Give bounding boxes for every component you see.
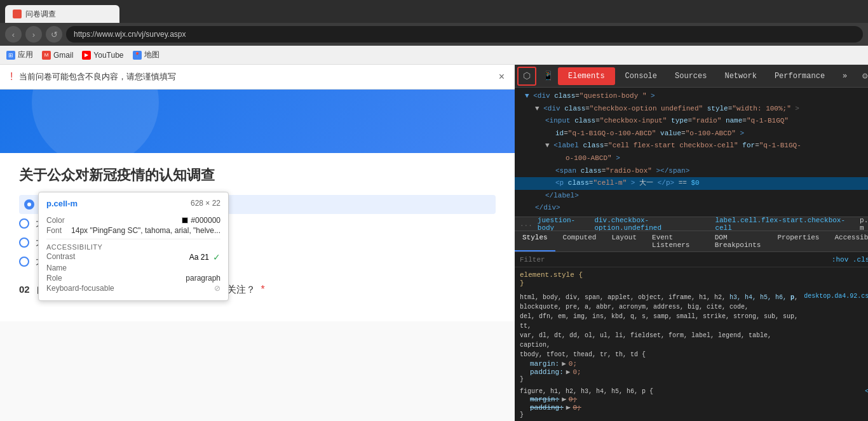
bookmark-youtube[interactable]: ▶ YouTube xyxy=(82,51,123,60)
tag-span: ▼ xyxy=(525,92,529,100)
dt-styles-tab-events[interactable]: Event Listeners xyxy=(644,231,707,251)
warning-banner: ! 当前问卷可能包含不良内容，请您谨慎填写 × xyxy=(0,65,515,90)
cursor-icon: ⬡ xyxy=(523,70,531,81)
accessibility-section: ACCESSIBILITY xyxy=(46,239,220,251)
keyboard-value: ⊘ xyxy=(214,284,220,293)
back-button[interactable]: ‹ xyxy=(5,26,22,43)
dt-styles-tab-access[interactable]: Accessibility xyxy=(827,231,868,251)
arrow-padding-2: ▶ xyxy=(566,403,571,411)
equals-0: == xyxy=(679,179,691,187)
inspect-element-button[interactable]: ⬡ xyxy=(517,67,536,86)
address-bar[interactable]: https://www.wjx.cn/vj/survey.aspx xyxy=(66,26,863,43)
html-line-1[interactable]: ▼ <div class="question-body " > xyxy=(515,90,868,103)
prop-padding-1: padding: xyxy=(530,368,564,376)
val-value-4: "o-100-ABCD" xyxy=(686,130,736,137)
element-style-close: } xyxy=(520,279,868,287)
dt-tab-elements[interactable]: Elements xyxy=(558,67,615,85)
bookmark-maps[interactable]: 📍 地图 xyxy=(133,50,159,60)
dt-tab-console-label: Console xyxy=(625,72,657,81)
rule-margin-2: margin: ▶ 0; xyxy=(520,395,868,403)
reset-close-1: } xyxy=(520,376,868,383)
bc-item-3[interactable]: label.cell.flex-start.checkbox-cell xyxy=(715,217,855,232)
dt-tab-more[interactable]: » xyxy=(834,65,856,88)
color-value-wrap: #000000 xyxy=(182,216,220,225)
html-line-9[interactable]: </div> xyxy=(515,202,868,215)
attr-style-2: style xyxy=(707,105,728,112)
settings-button[interactable]: ⚙ xyxy=(856,67,868,85)
dt-styles-panel: Styles Computed Layout Event Listeners D… xyxy=(515,231,868,421)
tag-p: <p xyxy=(555,179,564,187)
arrow-margin-1: ▶ xyxy=(562,359,566,368)
contrast-label: Contrast xyxy=(46,252,75,262)
html-line-8[interactable]: </label> xyxy=(515,190,868,203)
browser-frame: 问卷调查 ‹ › ↺ https://www.wjx.cn/vj/survey.… xyxy=(0,0,868,421)
main-area: ! 当前问卷可能包含不良内容，请您谨慎填写 × 关于公众对新冠疫情的认知调查 大… xyxy=(0,65,868,421)
bc-item-2[interactable]: div.checkbox-option.undefined xyxy=(594,217,710,232)
element-style-selector: element.style { xyxy=(520,271,868,279)
dt-html-tree: ▼ <div class="question-body " > ▼ <div c… xyxy=(515,88,868,217)
rule-padding-2: padding: ▶ 0; xyxy=(520,403,868,411)
val-id-4: "q-1-B1GQ-o-100-ABCD" xyxy=(568,130,656,137)
refresh-button[interactable]: ↺ xyxy=(46,26,62,43)
tooltip-size: 628 × 22 xyxy=(191,199,220,212)
font-label: Font xyxy=(46,226,62,235)
tag-close-div-9: </div> xyxy=(535,204,560,211)
attr-type-3: type xyxy=(671,117,688,124)
html-line-2[interactable]: ▼ <div class="checkbox-option undefined"… xyxy=(515,103,868,116)
bc-item-1[interactable]: juestion-body xyxy=(538,217,590,232)
maps-icon: 📍 xyxy=(133,51,142,60)
bookmark-maps-label: 地图 xyxy=(144,50,159,60)
html-line-3[interactable]: <input class="checkbox-input" type="radi… xyxy=(515,115,868,128)
page-content: ! 当前问卷可能包含不良内容，请您谨慎填写 × 关于公众对新冠疫情的认知调查 大… xyxy=(0,65,515,421)
color-swatch xyxy=(182,217,188,224)
html-line-5b[interactable]: o-100-ABCD" > xyxy=(515,152,868,165)
dt-tab-performance-label: Performance xyxy=(775,72,825,81)
val-6: "radio-box" xyxy=(606,167,652,175)
dt-styles-tab-computed[interactable]: Computed xyxy=(555,231,604,251)
dt-tab-performance[interactable]: Performance xyxy=(766,65,834,88)
html-line-4[interactable]: id="q-1-B1GQ-o-100-ABCD" value="o-100-AB… xyxy=(515,128,868,140)
warning-close-button[interactable]: × xyxy=(499,71,505,83)
styles-filter-input[interactable] xyxy=(520,256,827,264)
bookmark-apps[interactable]: ⊞ 应用 xyxy=(6,50,33,60)
dt-tab-network[interactable]: Network xyxy=(715,65,765,88)
bc-item-4[interactable]: p.cell-m xyxy=(860,217,868,232)
devtools-panel: ⬡ 📱 Elements Console Sources Network xyxy=(515,65,868,421)
prop-margin-2: margin: xyxy=(530,396,559,403)
attr-for-5: for xyxy=(742,142,755,149)
dollar-0: $0 xyxy=(691,179,700,187)
html-line-5[interactable]: ▼ <label class="cell flex-start checkbox… xyxy=(515,140,868,152)
dt-styles-tab-props[interactable]: Properties xyxy=(770,231,827,251)
html-line-7[interactable]: <p class="cell-m" > 大一 </p> == $0 xyxy=(515,177,868,190)
filter-hint: :hov .cls xyxy=(832,256,868,264)
val-5: "cell flex-start checkbox-cell" xyxy=(608,142,738,149)
dt-tab-sources-label: Sources xyxy=(675,72,707,81)
dt-toolbar-icons: ⚙ ⋮ xyxy=(856,67,868,85)
val-padding-1: 0; xyxy=(573,368,581,376)
browser-tab[interactable]: 问卷调查 xyxy=(5,5,119,23)
dt-styles-tab-styles[interactable]: Styles xyxy=(515,231,555,251)
arrow-padding-1: ▶ xyxy=(566,368,571,376)
attr-val-1: "question-body " xyxy=(580,92,647,100)
attr-value-4: value xyxy=(660,130,681,137)
gmail-icon: M xyxy=(42,51,51,60)
arrow-margin-2: ▶ xyxy=(562,395,566,403)
dt-tab-sources[interactable]: Sources xyxy=(666,65,715,88)
device-toolbar-button[interactable]: 📱 xyxy=(539,67,557,85)
figure-file-1: <style> xyxy=(865,388,868,395)
contrast-row: Contrast Aa 21 ✓ xyxy=(46,252,220,262)
dt-styles-tab-layout[interactable]: Layout xyxy=(604,231,644,251)
attr-class-5: class xyxy=(583,142,604,149)
tag-2: <div xyxy=(543,105,560,112)
tag-gt-7: > xyxy=(631,179,635,187)
dt-toolbar: ⬡ 📱 Elements Console Sources Network xyxy=(515,65,868,88)
warning-icon: ! xyxy=(10,71,13,83)
tag-label: <label xyxy=(553,142,579,149)
dt-tab-console[interactable]: Console xyxy=(616,65,666,88)
bookmark-gmail[interactable]: M Gmail xyxy=(42,51,73,60)
forward-button[interactable]: › xyxy=(25,26,42,43)
dt-styles-tab-dom[interactable]: DOM Breakpoints xyxy=(707,231,770,251)
tag-close-label: </label> xyxy=(545,192,579,199)
html-line-6[interactable]: <span class="radio-box" ></span> xyxy=(515,165,868,178)
dt-styles-content: element.style { } html, body, div, span,… xyxy=(515,267,868,421)
